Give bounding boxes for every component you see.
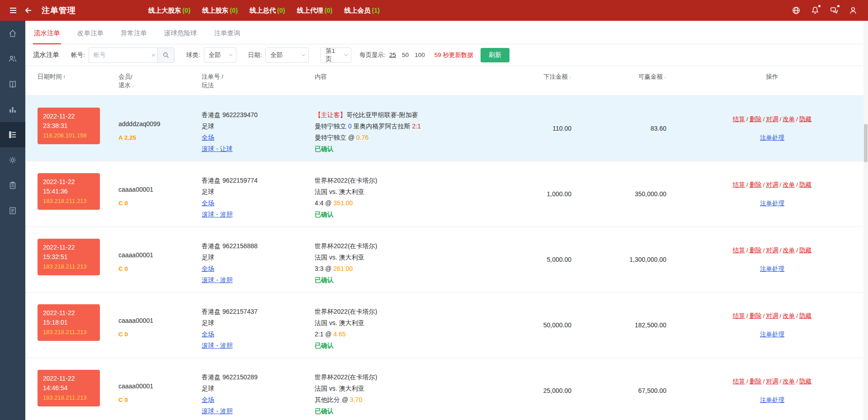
sidebar-item-users[interactable] bbox=[0, 46, 25, 71]
page-select[interactable]: 第1页 bbox=[321, 47, 351, 63]
settle-link[interactable]: 结算 bbox=[733, 181, 745, 188]
user-profile-button[interactable] bbox=[846, 3, 860, 18]
order-number: 香港盘 9622159774 bbox=[202, 175, 315, 186]
bet-time: 15:41:36 bbox=[43, 187, 94, 196]
notifications-bell-button[interactable] bbox=[808, 3, 822, 18]
order-cell: 香港盘 9622157437 足球 全场 滚球 - 波胆 bbox=[202, 293, 315, 358]
status-confirmed: 已确认 bbox=[315, 211, 334, 218]
scope-link[interactable]: 全场 bbox=[202, 134, 214, 141]
sidebar-item-orders[interactable] bbox=[0, 122, 25, 147]
delete-link[interactable]: 删除 bbox=[750, 116, 762, 123]
sidebar-item-book[interactable] bbox=[0, 71, 25, 97]
account-input[interactable] bbox=[89, 47, 157, 63]
member-rebate: C 0 bbox=[118, 329, 202, 340]
sport-label: 球类: bbox=[186, 51, 200, 59]
modify-link[interactable]: 改单 bbox=[783, 247, 795, 254]
per-page-option-25[interactable]: 25 bbox=[389, 52, 396, 58]
sidebar-item-chart[interactable] bbox=[0, 97, 25, 122]
bet-ip: 183.218.211.213 bbox=[43, 262, 94, 271]
hide-link[interactable]: 隐藏 bbox=[799, 181, 811, 188]
tab-order-query[interactable]: 注单查询 bbox=[213, 29, 241, 44]
messages-button[interactable] bbox=[827, 3, 841, 18]
chat-icon bbox=[830, 6, 839, 15]
top-nav-item-agent[interactable]: 线上代理(0) bbox=[297, 6, 333, 15]
modify-link[interactable]: 改单 bbox=[783, 181, 795, 188]
modify-link[interactable]: 改单 bbox=[783, 378, 795, 385]
top-nav-item-member[interactable]: 线上会员(1) bbox=[344, 6, 380, 15]
column-bet-amount[interactable]: 下注金额↓ bbox=[514, 66, 581, 95]
column-datetime[interactable]: 日期时间↑ bbox=[25, 66, 118, 95]
delete-link[interactable]: 删除 bbox=[750, 247, 762, 254]
delete-link[interactable]: 删除 bbox=[750, 312, 762, 319]
settle-link[interactable]: 结算 bbox=[733, 247, 745, 254]
tab-abnormal-orders[interactable]: 异常注单 bbox=[120, 29, 148, 44]
top-header: 注单管理 线上大股东(0) 线上股东(0) 线上总代(0) 线上代理(0) 线上… bbox=[0, 0, 868, 21]
play-type-link[interactable]: 滚球 - 波胆 bbox=[202, 407, 232, 415]
column-win-amount[interactable]: 可赢金额↓ bbox=[581, 66, 676, 95]
back-button[interactable] bbox=[21, 3, 36, 18]
swap-link[interactable]: 对调 bbox=[766, 181, 778, 188]
bet-selection: 2:1 @ bbox=[315, 330, 332, 338]
process-order-link[interactable]: 注单处理 bbox=[760, 396, 784, 403]
date-select[interactable]: 全部 bbox=[265, 47, 309, 63]
settle-link[interactable]: 结算 bbox=[733, 378, 745, 385]
process-order-link[interactable]: 注单处理 bbox=[760, 265, 784, 272]
sidebar-item-home[interactable] bbox=[0, 21, 25, 46]
scope-link[interactable]: 全场 bbox=[202, 396, 214, 403]
settle-link[interactable]: 结算 bbox=[733, 312, 745, 319]
swap-link[interactable]: 对调 bbox=[766, 378, 778, 385]
hide-link[interactable]: 隐藏 bbox=[799, 116, 811, 123]
sidebar-item-settings[interactable] bbox=[0, 147, 25, 173]
swap-link[interactable]: 对调 bbox=[766, 116, 778, 123]
modify-link[interactable]: 改单 bbox=[783, 312, 795, 319]
sidebar-item-report[interactable] bbox=[0, 198, 25, 223]
hide-link[interactable]: 隐藏 bbox=[799, 247, 811, 254]
hide-link[interactable]: 隐藏 bbox=[799, 312, 811, 319]
sidebar-item-clipboard[interactable] bbox=[0, 173, 25, 198]
swap-link[interactable]: 对调 bbox=[766, 247, 778, 254]
scope-link[interactable]: 全场 bbox=[202, 265, 214, 272]
refresh-button[interactable]: 刷新 bbox=[481, 48, 509, 62]
sport-select[interactable]: 全部 bbox=[204, 47, 236, 63]
swap-link[interactable]: 对调 bbox=[766, 312, 778, 319]
modify-link[interactable]: 改单 bbox=[783, 116, 795, 123]
process-order-link[interactable]: 注单处理 bbox=[760, 200, 784, 207]
search-button[interactable] bbox=[157, 47, 175, 63]
play-type-link[interactable]: 滚球 - 波胆 bbox=[202, 276, 232, 283]
top-nav-item-major-shareholder[interactable]: 线上大股东(0) bbox=[148, 6, 190, 15]
delete-link[interactable]: 删除 bbox=[750, 378, 762, 385]
hamburger-menu-button[interactable] bbox=[5, 3, 21, 18]
scope-link[interactable]: 全场 bbox=[202, 330, 214, 338]
sport-type: 足球 bbox=[202, 383, 315, 394]
tab-rolling-danger-ball[interactable]: 滚球危险球 bbox=[163, 29, 198, 44]
clear-input-icon[interactable]: × bbox=[151, 51, 156, 59]
scrollbar-thumb[interactable] bbox=[864, 124, 868, 162]
play-type-link[interactable]: 滚球 - 让球 bbox=[202, 145, 232, 152]
count-badge: (0) bbox=[277, 7, 285, 14]
member-account: caaaa00001 bbox=[118, 315, 202, 326]
hamburger-icon bbox=[9, 6, 18, 15]
table-row: 2022-11-22 23:38:31 116.206.101.158 addd… bbox=[25, 96, 868, 161]
vertical-scrollbar[interactable] bbox=[863, 21, 868, 420]
delete-link[interactable]: 删除 bbox=[750, 181, 762, 188]
order-number: 香港盘 9622157437 bbox=[202, 306, 315, 317]
per-page-option-100[interactable]: 100 bbox=[415, 52, 425, 58]
bet-ip: 183.218.211.213 bbox=[43, 393, 94, 402]
count-badge: (0) bbox=[183, 7, 191, 14]
process-order-link[interactable]: 注单处理 bbox=[760, 331, 784, 338]
globe-button[interactable] bbox=[789, 3, 803, 18]
hide-link[interactable]: 隐藏 bbox=[799, 378, 811, 385]
sport-type: 足球 bbox=[202, 252, 315, 263]
tab-flow-orders[interactable]: 流水注单 bbox=[33, 29, 61, 44]
process-order-link[interactable]: 注单处理 bbox=[760, 134, 784, 141]
tab-modified-orders[interactable]: 改单注单 bbox=[76, 29, 104, 44]
scope-link[interactable]: 全场 bbox=[202, 199, 214, 207]
play-type-link[interactable]: 滚球 - 波胆 bbox=[202, 342, 232, 349]
settle-link[interactable]: 结算 bbox=[733, 116, 745, 123]
top-nav-item-shareholder[interactable]: 线上股东(0) bbox=[202, 6, 238, 15]
play-type-link[interactable]: 滚球 - 波胆 bbox=[202, 211, 232, 218]
column-member[interactable]: 会员/ 退水↓ bbox=[118, 66, 202, 95]
top-nav-item-general-agent[interactable]: 线上总代(0) bbox=[250, 6, 285, 15]
bet-amount-cell: 110.00 bbox=[514, 96, 581, 161]
per-page-option-50[interactable]: 50 bbox=[402, 52, 409, 58]
